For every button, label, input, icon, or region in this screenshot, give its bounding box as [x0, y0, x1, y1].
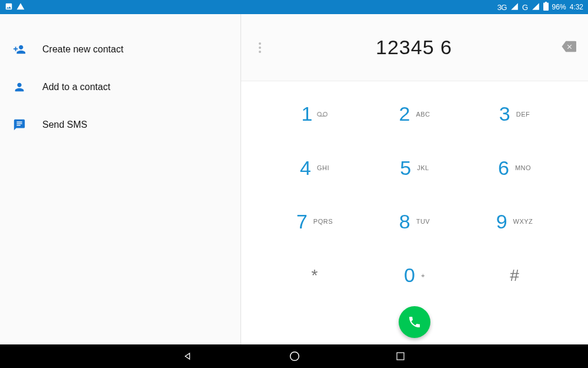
clock-time: 4:32 [570, 3, 583, 11]
svg-point-2 [318, 112, 322, 116]
dialed-number-display: 12345 6 [267, 36, 561, 59]
battery-percent: 96% [552, 3, 566, 11]
person-icon [13, 81, 42, 94]
nav-bar [0, 344, 588, 368]
dialer-pane: 12345 6 1 2ABC 3DEF 4GHI 5JKL 6MNO 7PQRS [240, 14, 588, 344]
signal-icon-1 [510, 2, 519, 12]
keypad: 1 2ABC 3DEF 4GHI 5JKL 6MNO 7PQRS 8TUV 9W… [241, 81, 588, 344]
add-person-icon [13, 43, 42, 56]
add-to-contact-item[interactable]: Add to a contact [0, 68, 240, 106]
svg-rect-6 [397, 353, 404, 360]
key-0[interactable]: 0+ [370, 251, 459, 300]
voicemail-icon [317, 109, 328, 120]
key-star[interactable]: * [270, 251, 359, 300]
nav-recent-button[interactable] [395, 351, 406, 362]
key-3[interactable]: 3DEF [470, 90, 559, 138]
send-sms-label: Send SMS [42, 120, 87, 130]
svg-rect-1 [545, 2, 547, 3]
status-bar: 3G G 96% 4:32 [0, 0, 588, 14]
key-5[interactable]: 5JKL [370, 144, 459, 192]
signal-icon-2 [532, 2, 540, 12]
key-8[interactable]: 8TUV [370, 197, 459, 246]
key-2[interactable]: 2ABC [370, 90, 459, 138]
backspace-button[interactable] [561, 39, 576, 57]
add-to-contact-label: Add to a contact [42, 82, 111, 92]
key-9[interactable]: 9WXYZ [470, 197, 559, 246]
network-label-2: G [522, 3, 528, 12]
key-hash[interactable]: # [470, 251, 559, 300]
call-button[interactable] [399, 306, 430, 338]
actions-pane: Create new contact Add to a contact Send… [0, 14, 240, 344]
svg-point-3 [323, 112, 328, 116]
nav-back-button[interactable] [182, 350, 194, 362]
alert-icon [16, 2, 25, 12]
create-contact-item[interactable]: Create new contact [0, 31, 240, 68]
image-icon [5, 2, 13, 12]
overflow-menu-icon[interactable] [253, 42, 267, 53]
send-sms-item[interactable]: Send SMS [0, 106, 240, 144]
nav-home-button[interactable] [288, 350, 301, 363]
key-7[interactable]: 7PQRS [270, 197, 359, 246]
key-1[interactable]: 1 [270, 90, 359, 138]
battery-icon [543, 2, 549, 12]
svg-rect-0 [543, 3, 549, 11]
key-4[interactable]: 4GHI [270, 144, 359, 192]
key-6[interactable]: 6MNO [470, 144, 559, 192]
svg-point-5 [290, 352, 299, 361]
network-label-1: 3G [497, 3, 507, 12]
create-contact-label: Create new contact [42, 44, 123, 55]
sms-icon [13, 118, 42, 131]
